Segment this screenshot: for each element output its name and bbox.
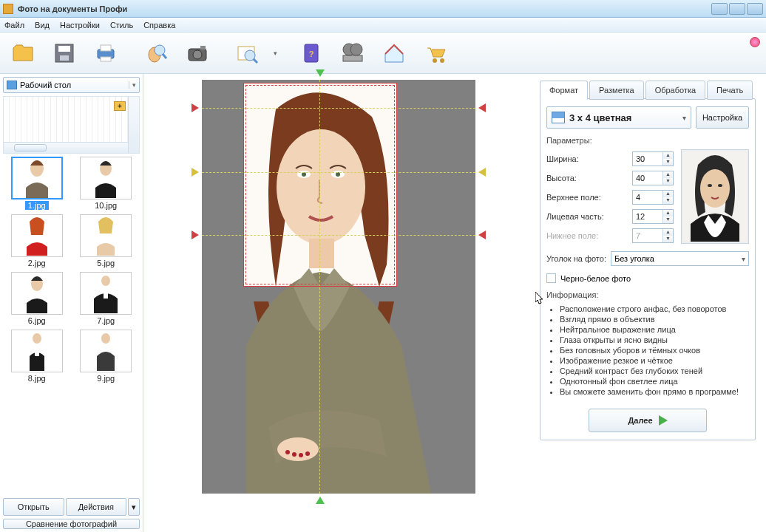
svg-text:?: ? bbox=[309, 50, 314, 58]
thumb-7[interactable]: 7.jpg bbox=[74, 272, 139, 325]
bottom-label: Нижнее поле: bbox=[546, 231, 632, 240]
format-value: 3 x 4 цветная bbox=[569, 112, 631, 123]
toolbar-help[interactable]: ? bbox=[293, 36, 330, 70]
menu-style[interactable]: Стиль bbox=[110, 21, 133, 30]
marker-bottom[interactable] bbox=[316, 497, 325, 504]
tabs: Формат Разметка Обработка Печать bbox=[540, 80, 756, 99]
actions-dropdown[interactable]: ▾ bbox=[128, 498, 140, 516]
face-spinner[interactable]: 12▲▼ bbox=[632, 209, 674, 224]
marker-r2[interactable] bbox=[478, 168, 486, 177]
format-icon bbox=[552, 112, 565, 123]
corner-combo[interactable]: Без уголка ▾ bbox=[611, 251, 749, 266]
toolbar-close-round[interactable] bbox=[750, 37, 760, 47]
bw-label: Черно-белое фото bbox=[560, 274, 631, 283]
corner-dropdown-icon: ▾ bbox=[742, 255, 745, 263]
params-title: Параметры: bbox=[546, 136, 749, 145]
tab-print[interactable]: Печать bbox=[707, 81, 753, 100]
thumb-9[interactable]: 9.jpg bbox=[74, 330, 139, 383]
svg-point-18 bbox=[350, 44, 362, 55]
format-settings-button[interactable]: Настройка bbox=[696, 106, 749, 129]
marker-r3[interactable] bbox=[478, 231, 486, 239]
thumbnails: 1.jpg 10.jpg 2.jpg 5.jpg 6.jpg 7.jpg bbox=[3, 154, 140, 495]
next-button[interactable]: Далее bbox=[589, 409, 707, 432]
svg-point-29 bbox=[33, 333, 41, 344]
svg-point-43 bbox=[299, 453, 303, 457]
toolbar: ▾ ? bbox=[0, 33, 766, 74]
svg-point-31 bbox=[101, 333, 110, 344]
svg-point-10 bbox=[193, 50, 202, 59]
window-titlebar: Фото на документы Профи bbox=[0, 0, 766, 18]
path-combo[interactable]: Рабочий стол ▾ bbox=[3, 77, 140, 93]
toolbar-video[interactable] bbox=[334, 36, 371, 70]
format-combo[interactable]: 3 x 4 цветная ▾ bbox=[546, 106, 691, 129]
tab-format-body: 3 x 4 цветная ▾ Настройка Параметры: Шир… bbox=[540, 98, 756, 440]
thumb-8[interactable]: 8.jpg bbox=[4, 330, 70, 383]
height-spinner[interactable]: 40▲▼ bbox=[632, 171, 674, 185]
folder-thumb-icon: + bbox=[114, 101, 126, 111]
bw-checkbox[interactable] bbox=[546, 273, 556, 283]
thumb-5[interactable]: 5.jpg bbox=[74, 214, 139, 267]
toolbar-home[interactable] bbox=[376, 36, 413, 70]
toolbar-save[interactable] bbox=[46, 36, 83, 70]
tab-processing[interactable]: Обработка bbox=[645, 81, 705, 100]
toolbar-camera[interactable] bbox=[179, 36, 216, 70]
compare-button[interactable]: Сравнение фотографий bbox=[3, 519, 140, 529]
svg-point-42 bbox=[292, 452, 296, 457]
corner-value: Без уголка bbox=[614, 254, 654, 263]
toolbar-print[interactable] bbox=[87, 36, 124, 70]
folder-tree[interactable]: + bbox=[3, 96, 140, 154]
left-panel: Рабочий стол ▾ + 1.jpg 10.jpg 2.jpg bbox=[0, 74, 143, 532]
svg-line-8 bbox=[163, 54, 166, 58]
toolbar-open[interactable] bbox=[4, 36, 41, 70]
right-panel: Формат Разметка Обработка Печать 3 x 4 ц… bbox=[534, 74, 766, 532]
menu-settings[interactable]: Настройки bbox=[60, 21, 100, 30]
folder-scroll-v[interactable] bbox=[128, 97, 139, 153]
path-dropdown-icon: ▾ bbox=[129, 81, 136, 89]
info-title: Информация: bbox=[546, 290, 749, 299]
crop-box[interactable] bbox=[243, 83, 397, 287]
thumb-1[interactable]: 1.jpg bbox=[4, 157, 70, 210]
menu-view[interactable]: Вид bbox=[35, 21, 50, 30]
top-spinner[interactable]: 4▲▼ bbox=[632, 190, 674, 205]
toolbar-cart[interactable] bbox=[417, 36, 454, 70]
folder-scroll-h[interactable] bbox=[4, 142, 128, 153]
svg-point-44 bbox=[305, 451, 310, 456]
thumb-10[interactable]: 10.jpg bbox=[74, 157, 139, 210]
toolbar-search-dropdown[interactable]: ▾ bbox=[271, 36, 279, 70]
marker-l1[interactable] bbox=[192, 103, 199, 112]
marker-top[interactable] bbox=[316, 69, 325, 77]
svg-point-47 bbox=[708, 184, 712, 187]
marker-r1[interactable] bbox=[478, 103, 486, 112]
menu-file[interactable]: Файл bbox=[4, 21, 24, 30]
toolbar-search[interactable] bbox=[229, 36, 266, 70]
path-label: Рабочий стол bbox=[20, 81, 71, 89]
svg-point-40 bbox=[277, 437, 319, 461]
svg-rect-4 bbox=[101, 45, 111, 51]
app-icon bbox=[3, 4, 13, 14]
svg-point-27 bbox=[101, 276, 110, 286]
toolbar-zoom[interactable] bbox=[138, 36, 174, 70]
svg-point-46 bbox=[700, 169, 730, 208]
format-dropdown-icon: ▾ bbox=[682, 114, 686, 122]
top-label: Верхнее поле: bbox=[546, 193, 632, 202]
thumb-6[interactable]: 6.jpg bbox=[4, 272, 70, 325]
svg-rect-11 bbox=[200, 46, 206, 50]
tab-format[interactable]: Формат bbox=[540, 81, 588, 100]
minimize-button[interactable] bbox=[711, 3, 728, 15]
tab-markup[interactable]: Разметка bbox=[589, 81, 644, 100]
thumb-2[interactable]: 2.jpg bbox=[4, 214, 70, 267]
marker-l2[interactable] bbox=[192, 168, 199, 177]
maximize-button[interactable] bbox=[729, 3, 745, 15]
marker-l3[interactable] bbox=[192, 231, 199, 239]
corner-label: Уголок на фото: bbox=[546, 254, 606, 263]
actions-button[interactable]: Действия bbox=[66, 498, 127, 516]
close-button[interactable] bbox=[747, 3, 763, 15]
svg-point-20 bbox=[433, 58, 437, 63]
preview-thumbnail bbox=[681, 149, 749, 244]
menu-help[interactable]: Справка bbox=[143, 21, 175, 30]
photo-canvas[interactable] bbox=[202, 80, 475, 494]
width-spinner[interactable]: 30▲▼ bbox=[632, 151, 674, 166]
arrow-right-icon bbox=[659, 415, 668, 426]
open-button[interactable]: Открыть bbox=[3, 498, 64, 516]
svg-point-21 bbox=[440, 58, 444, 63]
